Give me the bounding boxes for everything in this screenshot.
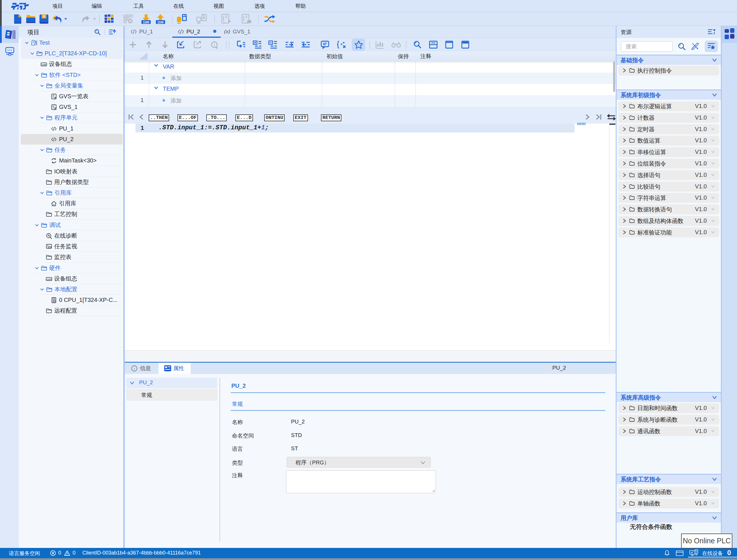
svg-text:1100: 1100 — [143, 21, 149, 24]
svg-text:1100: 1100 — [47, 278, 52, 280]
svg-text:1: 1 — [213, 43, 215, 47]
svg-text:1100: 1100 — [41, 63, 46, 66]
svg-text:x: x — [340, 42, 343, 46]
svg-text:i: i — [134, 366, 135, 371]
svg-text:1100: 1100 — [157, 21, 164, 24]
